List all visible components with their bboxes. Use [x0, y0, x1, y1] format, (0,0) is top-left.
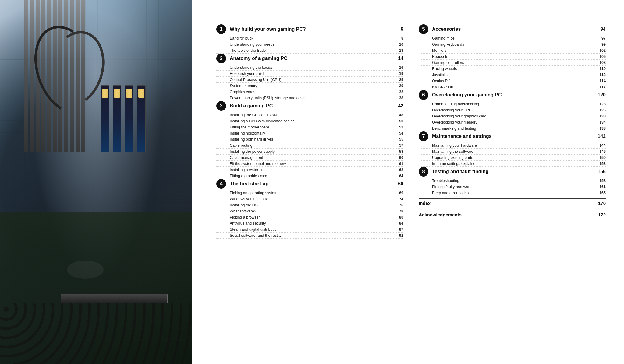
sub-item-text: Installing both hard drives	[230, 137, 394, 142]
sub-item: Installing the OS76	[216, 202, 403, 208]
sub-item-page: 52	[394, 125, 403, 129]
sub-item-text: Maintaining your hardware	[432, 143, 597, 148]
sub-item-page: 114	[597, 79, 606, 83]
sub-item-text: Research your build	[230, 72, 394, 76]
section-4: 4The first start-up66Picking an operatin…	[216, 179, 403, 239]
content-panel: 1Why build your own gaming PC?6Bang for …	[192, 0, 624, 364]
section-number-3: 3	[216, 101, 226, 111]
sub-item-page: 105	[597, 54, 606, 59]
section-header-7: 7Maintenance and settings142	[419, 131, 606, 141]
section-page-1: 6	[394, 26, 403, 32]
sub-item-text: Installing a water cooler	[230, 168, 394, 172]
section-number-1: 1	[216, 24, 226, 34]
sub-item-page: 48	[394, 113, 403, 117]
section-page-3: 42	[394, 103, 403, 109]
sub-item-text: Understanding the basics	[230, 65, 394, 70]
sub-item-page: 58	[394, 149, 403, 154]
sub-item-text: Installing the CPU and RAM	[230, 113, 394, 117]
sub-item: Understanding the basics16	[216, 65, 403, 71]
sub-item-text: Overclocking your CPU	[432, 108, 597, 112]
sub-item-page: 13	[394, 48, 403, 53]
sub-item: Finding faulty hardware161	[419, 184, 606, 190]
sub-item-text: The tools of the trade	[230, 48, 394, 53]
sub-item-text: Windows versus Linux	[230, 197, 394, 201]
sub-item: System memory29	[216, 83, 403, 89]
section-2: 2Anatomy of a gaming PC14Understanding t…	[216, 54, 403, 101]
sub-item: Troubleshooting158	[419, 178, 606, 184]
section-header-3: 3Build a gaming PC42	[216, 101, 403, 111]
sub-item: Installing the CPU and RAM48	[216, 112, 403, 118]
section-header-5: 5Accessories94	[419, 24, 606, 34]
sub-item: Central Processing Unit (CPU)25	[216, 77, 403, 83]
sub-item-page: 165	[597, 191, 606, 195]
sub-item-text: Steam and digital distribution	[230, 227, 394, 232]
sub-item-page: 25	[394, 78, 403, 82]
sub-item: Installing both hard drives55	[216, 136, 403, 142]
sub-item: Installing the power supply58	[216, 149, 403, 155]
sub-item-text: Bang for buck	[230, 36, 394, 40]
sub-item-page: 33	[394, 90, 403, 94]
section-number-5: 5	[419, 24, 428, 34]
sub-item-page: 54	[394, 131, 403, 135]
sub-item-text: Gaming keyboards	[432, 42, 597, 47]
sub-item-text: Power supply units (PSU), storage and ca…	[230, 96, 394, 100]
two-column-layout: 1Why build your own gaming PC?6Bang for …	[216, 24, 606, 321]
sub-item: Bang for buck8	[216, 35, 403, 41]
sub-item: What software?78	[216, 208, 403, 214]
sub-item-text: Social software, and the rest...	[230, 233, 394, 238]
sub-item: Beep and error codes165	[419, 190, 606, 196]
sub-item: Maintaining the software146	[419, 149, 606, 155]
sub-item-page: 19	[394, 72, 403, 76]
sub-item: Fitting the motherboard52	[216, 124, 403, 130]
section-7: 7Maintenance and settings142Maintaining …	[419, 131, 606, 167]
sub-item-text: Understanding your needs	[230, 42, 394, 47]
sub-item: Windows versus Linux74	[216, 196, 403, 202]
sub-item: Racing wheels110	[419, 66, 606, 72]
sub-item-text: Benchmarking and testing	[432, 126, 597, 131]
sub-item-text: Troubleshooting	[432, 179, 597, 183]
sub-item-text: Overclocking your graphics card	[432, 114, 597, 118]
sub-item-text: Overclocking your memory	[432, 120, 597, 124]
sub-item-page: 64	[394, 174, 403, 178]
section-6: 6Overclocking your gaming PC120Understan…	[419, 90, 606, 131]
sub-item-text: Racing wheels	[432, 67, 597, 71]
sub-item: Fitting a graphics card64	[216, 173, 403, 179]
standalone-page: 170	[598, 201, 606, 206]
sub-item-page: 87	[394, 227, 403, 232]
sub-item-text: Fitting the motherboard	[230, 125, 394, 129]
sub-item-text: Finding faulty hardware	[432, 185, 597, 189]
sub-item-text: Gaming mice	[432, 36, 597, 40]
sub-item-text: Monitors	[432, 48, 597, 53]
sub-item: Antivirus and security84	[216, 220, 403, 226]
sub-item: Gaming controllers108	[419, 60, 606, 66]
sub-item-text: Headsets	[432, 54, 597, 59]
sub-item-page: 38	[394, 96, 403, 100]
sub-item-text: Installing the power supply	[230, 149, 394, 154]
sub-item-page: 62	[394, 168, 403, 172]
sub-item-page: 123	[597, 102, 606, 106]
sub-item-page: 84	[394, 221, 403, 226]
section-header-4: 4The first start-up66	[216, 179, 403, 189]
sub-item-text: Graphics cards	[230, 90, 394, 94]
sub-item: Overclocking your CPU126	[419, 107, 606, 113]
sub-item-page: 80	[394, 215, 403, 219]
section-number-7: 7	[419, 131, 428, 141]
section-page-4: 66	[394, 181, 403, 187]
sub-item: Overclocking your graphics card130	[419, 113, 606, 119]
sub-item-text: In-game settings explained	[432, 162, 597, 166]
sub-item-page: 92	[394, 233, 403, 238]
section-title-2: Anatomy of a gaming PC	[230, 56, 391, 61]
section-title-6: Overclocking your gaming PC	[432, 92, 593, 98]
sub-item: Installing a water cooler62	[216, 167, 403, 173]
right-column: 5Accessories94Gaming mice97Gaming keyboa…	[419, 24, 606, 321]
sub-item-text: Central Processing Unit (CPU)	[230, 78, 394, 82]
sub-item-text: Installing horizontally	[230, 131, 394, 135]
sub-item-text: Cable routing	[230, 143, 394, 148]
sub-item-page: 153	[597, 162, 606, 166]
sub-item-page: 55	[394, 137, 403, 142]
standalone-page: 172	[598, 212, 606, 217]
section-number-8: 8	[419, 167, 428, 177]
sub-item: Picking an operating system69	[216, 190, 403, 196]
sub-item-page: 161	[597, 185, 606, 189]
section-8: 8Testing and fault-finding156Troubleshoo…	[419, 167, 606, 196]
